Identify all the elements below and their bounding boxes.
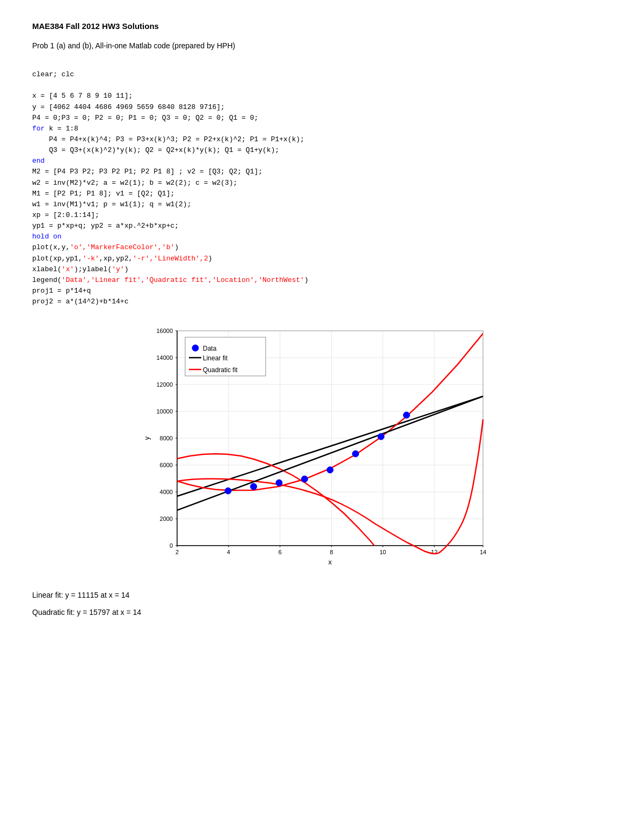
data-point-8 [404, 412, 410, 418]
data-point-5 [327, 467, 333, 473]
svg-text:8: 8 [330, 549, 333, 555]
code-block: clear; clc x = [4 5 6 7 8 9 10 11]; y = … [32, 59, 612, 307]
quadratic-result: Quadratic fit: y = 15797 at x = 14 [32, 608, 612, 617]
x-axis-label: x [328, 558, 332, 566]
svg-text:2: 2 [175, 549, 179, 555]
chart-svg: 0 2000 4000 6000 8000 10000 12000 14000 … [140, 320, 504, 578]
linear-result: Linear fit: y = 11115 at x = 14 [32, 591, 612, 599]
svg-text:10000: 10000 [156, 408, 173, 415]
subtitle: Prob 1 (a) and (b), All-in-one Matlab co… [32, 41, 612, 50]
data-point-3 [276, 480, 282, 486]
svg-text:16000: 16000 [156, 328, 173, 334]
data-point-7 [378, 433, 384, 440]
svg-text:8000: 8000 [160, 435, 173, 441]
svg-text:14000: 14000 [156, 354, 173, 361]
svg-text:12: 12 [431, 549, 437, 555]
svg-text:6: 6 [279, 549, 282, 555]
svg-text:2000: 2000 [160, 516, 173, 522]
y-axis-label: y [143, 436, 151, 440]
svg-text:4000: 4000 [160, 489, 173, 495]
svg-text:12000: 12000 [156, 381, 173, 388]
legend-data-label: Data [203, 345, 217, 352]
legend-data-icon [192, 345, 199, 351]
legend-quadratic-label: Quadratic fit [203, 366, 238, 374]
svg-text:10: 10 [379, 549, 386, 555]
legend-linear-label: Linear fit [203, 354, 228, 362]
chart-container: 0 2000 4000 6000 8000 10000 12000 14000 … [32, 320, 612, 578]
data-point-4 [302, 476, 308, 482]
data-point-1 [225, 488, 231, 494]
svg-text:14: 14 [480, 549, 486, 555]
data-point-6 [353, 451, 359, 457]
data-point-2 [251, 483, 257, 490]
svg-text:6000: 6000 [160, 462, 173, 468]
svg-text:0: 0 [170, 542, 173, 549]
page-title: MAE384 Fall 2012 HW3 Solutions [32, 21, 612, 31]
svg-text:4: 4 [227, 549, 230, 555]
